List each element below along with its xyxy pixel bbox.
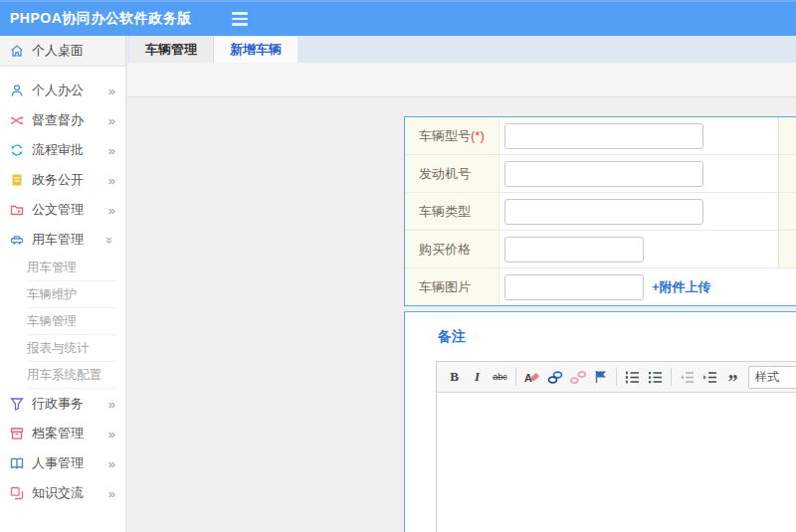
- shuffle-icon: [10, 113, 24, 127]
- main-content: 车辆型号(*) 发动机号 车辆类型: [127, 97, 796, 532]
- sidebar-item-admin-affairs[interactable]: 行政事务 »: [0, 389, 125, 419]
- document-icon: [10, 173, 24, 187]
- form-row-purchase-price: 购买价格: [405, 231, 796, 268]
- hamburger-menu-icon[interactable]: [228, 8, 252, 30]
- sidebar-item-label: 督查督办: [32, 111, 84, 129]
- tab-add-vehicle[interactable]: 新增车辆: [214, 37, 298, 63]
- sidebar-item-label: 流程审批: [32, 141, 84, 159]
- sidebar-item-archive-management[interactable]: 档案管理 »: [0, 419, 125, 448]
- user-icon: [10, 84, 24, 97]
- form-row-vehicle-model: 车辆型号(*): [405, 117, 796, 155]
- sidebar-item-official-docs[interactable]: 公文管理 »: [0, 195, 125, 225]
- form-row-vehicle-type: 车辆类型: [405, 193, 796, 231]
- sidebar-item-knowledge-exchange[interactable]: 知识交流 »: [0, 478, 125, 508]
- bulleted-list-button[interactable]: [644, 366, 667, 388]
- sidebar-item-personal-desktop[interactable]: 个人桌面: [0, 36, 125, 67]
- sidebar-item-vehicle-management[interactable]: 用车管理 »: [0, 225, 125, 255]
- purchase-price-input[interactable]: [504, 237, 644, 263]
- book-icon: [10, 456, 24, 470]
- chevron-right-icon: »: [108, 486, 115, 501]
- vehicle-form: 车辆型号(*) 发动机号 车辆类型: [404, 116, 796, 306]
- sidebar-item-label: 用车管理: [32, 231, 84, 249]
- sidebar-item-personal-office[interactable]: 个人办公 »: [0, 76, 125, 105]
- car-icon: [10, 233, 24, 247]
- label-text: 车辆型号: [419, 127, 471, 145]
- sidebar-item-hr-management[interactable]: 人事管理 »: [0, 448, 125, 478]
- form-label: 发动机号: [405, 155, 499, 192]
- chevron-right-icon: »: [108, 173, 115, 188]
- unlink-button[interactable]: [566, 366, 589, 388]
- form-label-secondary: [778, 155, 796, 192]
- submenu-item-reports-statistics[interactable]: 报表与统计: [27, 335, 116, 362]
- toolbar-separator: [515, 368, 516, 386]
- link-button[interactable]: [543, 366, 566, 388]
- label-text: 购买价格: [419, 241, 471, 259]
- folder-icon: [10, 203, 24, 217]
- tab-bar: 车辆管理 新增车辆: [127, 36, 796, 63]
- label-text: 车辆图片: [419, 278, 471, 296]
- chevron-right-icon: »: [108, 456, 115, 471]
- required-marker: (*): [471, 128, 485, 143]
- sidebar-item-supervision[interactable]: 督查督办 »: [0, 105, 125, 135]
- form-row-engine-number: 发动机号: [405, 155, 796, 193]
- editor-body[interactable]: [437, 393, 796, 532]
- chevron-right-icon: »: [108, 427, 115, 442]
- remarks-panel: 备注 B I abc A: [404, 311, 796, 532]
- chevron-right-icon: »: [108, 113, 115, 128]
- sidebar-item-label: 个人办公: [32, 82, 84, 99]
- remove-format-button[interactable]: A: [520, 366, 543, 388]
- vehicle-image-input[interactable]: [504, 274, 644, 300]
- tab-vehicle-management[interactable]: 车辆管理: [129, 37, 214, 63]
- submenu-item-vehicle-manage[interactable]: 车辆管理: [27, 308, 116, 335]
- archive-icon: [10, 427, 24, 441]
- cycle-arrows-icon: [10, 143, 24, 157]
- submenu-item-vehicle-system-config[interactable]: 用车系统配置: [27, 362, 116, 389]
- sidebar-item-label: 公文管理: [32, 201, 84, 219]
- italic-button[interactable]: I: [466, 366, 489, 388]
- blockquote-button[interactable]: ”: [721, 361, 744, 393]
- form-row-vehicle-image: 车辆图片 +附件上传: [405, 268, 796, 305]
- engine-number-input[interactable]: [504, 161, 703, 187]
- vehicle-model-input[interactable]: [504, 123, 703, 149]
- sidebar: 个人桌面 个人办公 » 督查督办 » 流程审批 »: [0, 36, 126, 532]
- styles-dropdown[interactable]: 样式 ▼: [748, 366, 796, 389]
- sidebar-item-process-approval[interactable]: 流程审批 »: [0, 135, 125, 165]
- vehicle-type-input[interactable]: [504, 199, 703, 225]
- label-text: 发动机号: [419, 165, 471, 183]
- sidebar-menu: 个人办公 » 督查督办 » 流程审批 » 政务公开 »: [0, 76, 125, 508]
- toolbar-band: [127, 63, 796, 97]
- toolbar-separator: [616, 368, 617, 386]
- attachment-upload-link[interactable]: +附件上传: [652, 278, 711, 296]
- submenu-item-vehicle-maintenance[interactable]: 车辆维护: [27, 281, 116, 308]
- chevron-right-icon: »: [108, 397, 115, 412]
- form-input-cell: [499, 231, 778, 267]
- home-icon: [10, 44, 24, 58]
- form-label: 购买价格: [405, 231, 499, 267]
- decrease-indent-button[interactable]: [676, 366, 698, 388]
- submenu-item-vehicle-use[interactable]: 用车管理: [27, 255, 116, 281]
- form-label-secondary: [778, 231, 796, 267]
- chevron-right-icon: »: [108, 203, 115, 218]
- form-input-cell: [499, 193, 778, 230]
- form-label: 车辆类型: [405, 193, 499, 230]
- filter-icon: [10, 397, 24, 411]
- form-label: 车辆图片: [405, 268, 499, 305]
- sidebar-item-label: 知识交流: [32, 484, 84, 502]
- form-label: 车辆型号(*): [405, 117, 499, 154]
- numbered-list-button[interactable]: [621, 366, 644, 388]
- bold-button[interactable]: B: [443, 366, 466, 388]
- form-input-cell: [499, 117, 778, 154]
- sidebar-item-label: 行政事务: [32, 395, 84, 413]
- form-label-secondary: [778, 117, 796, 154]
- label-text: 车辆类型: [419, 203, 471, 221]
- strikethrough-button[interactable]: abc: [489, 366, 511, 388]
- form-label-secondary: [778, 193, 796, 230]
- rich-text-editor: B I abc A: [436, 361, 796, 532]
- toolbar-separator: [671, 368, 672, 386]
- increase-indent-button[interactable]: [698, 366, 721, 388]
- chevron-right-icon: »: [108, 143, 115, 158]
- anchor-flag-button[interactable]: [589, 366, 612, 388]
- app-header: PHPOA协同办公软件政务版: [0, 0, 796, 36]
- sidebar-item-gov-disclosure[interactable]: 政务公开 »: [0, 165, 125, 195]
- chevron-right-icon: »: [108, 84, 115, 98]
